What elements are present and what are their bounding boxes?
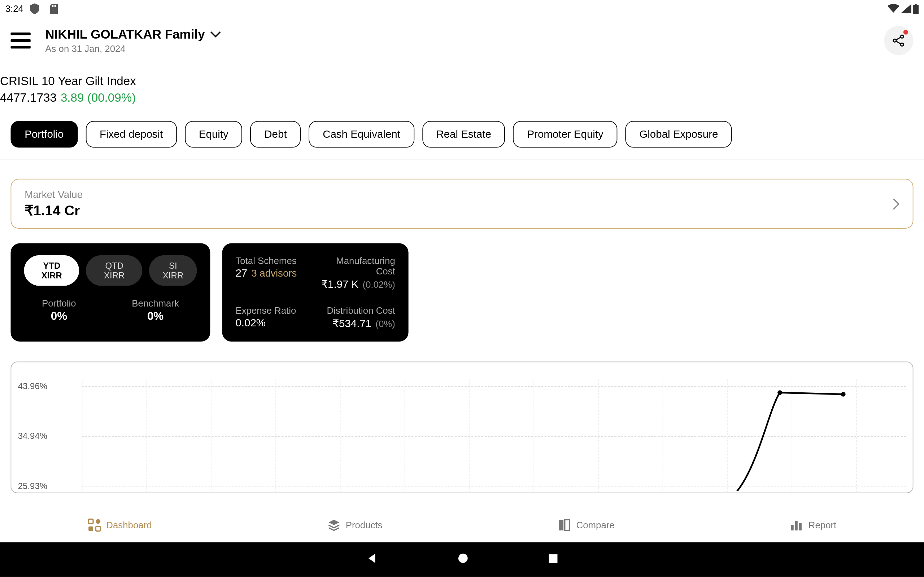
tab-debt[interactable]: Debt <box>250 121 301 148</box>
tab-cash-equivalent[interactable]: Cash Equivalent <box>309 121 414 148</box>
status-time: 3:24 <box>5 3 23 14</box>
tab-portfolio[interactable]: Portfolio <box>10 121 78 148</box>
distribution-cost-label: Distribution Cost <box>320 305 395 316</box>
svg-point-5 <box>893 39 896 42</box>
nav-report[interactable]: Report <box>790 519 836 532</box>
nav-dashboard[interactable]: Dashboard <box>88 519 152 532</box>
svg-line-8 <box>896 37 901 40</box>
tabs-container: PortfolioFixed depositEquityDebtCash Equ… <box>0 109 924 160</box>
xirr-card: YTD XIRRQTD XIRRSI XIRR Portfolio 0% Ben… <box>10 243 210 342</box>
pill-ytd-xirr[interactable]: YTD XIRR <box>24 255 79 286</box>
stats-card: Total Schemes 27 3 advisors Manufacturin… <box>222 243 409 342</box>
shield-icon <box>30 3 39 14</box>
svg-rect-19 <box>795 521 798 530</box>
expense-ratio-value: 0.02% <box>235 317 266 329</box>
chart-y-tick: 25.93% <box>18 481 47 491</box>
svg-rect-20 <box>799 523 802 530</box>
svg-rect-2 <box>55 5 56 7</box>
sd-card-icon <box>50 3 58 14</box>
chevron-down-icon <box>210 31 221 38</box>
nav-compare[interactable]: Compare <box>558 519 615 532</box>
svg-point-11 <box>841 392 846 397</box>
android-home-button[interactable] <box>458 553 468 566</box>
svg-rect-4 <box>914 3 917 5</box>
tab-real-estate[interactable]: Real Estate <box>422 121 505 148</box>
svg-rect-22 <box>549 554 558 562</box>
tab-fixed-deposit[interactable]: Fixed deposit <box>86 121 177 148</box>
android-status-bar: 3:24 <box>0 0 924 17</box>
svg-rect-3 <box>913 5 919 14</box>
svg-rect-13 <box>96 519 100 524</box>
wifi-icon <box>888 4 900 13</box>
android-recent-button[interactable] <box>548 553 558 566</box>
app-header: NIKHIL GOLATKAR Family As on 31 Jan, 202… <box>0 17 924 64</box>
svg-point-6 <box>901 35 903 38</box>
pill-si-xirr[interactable]: SI XIRR <box>149 255 197 286</box>
svg-point-7 <box>901 43 903 46</box>
family-name: NIKHIL GOLATKAR Family <box>45 27 205 42</box>
total-schemes-label: Total Schemes <box>235 255 310 266</box>
nav-products[interactable]: Products <box>327 519 382 532</box>
svg-line-9 <box>896 41 901 44</box>
svg-rect-18 <box>791 525 794 530</box>
svg-rect-12 <box>89 519 93 524</box>
status-right-icons <box>888 3 919 14</box>
tab-global-exposure[interactable]: Global Exposure <box>625 121 732 148</box>
battery-icon <box>913 3 919 14</box>
nav-label: Dashboard <box>106 520 152 530</box>
tab-equity[interactable]: Equity <box>185 121 242 148</box>
svg-rect-15 <box>96 527 100 531</box>
index-value: 4477.1733 <box>0 91 57 105</box>
performance-chart: 43.96%34.94%25.93% <box>10 362 913 493</box>
share-button[interactable] <box>884 26 913 55</box>
total-schemes-value: 27 <box>235 267 247 279</box>
share-icon <box>892 34 906 47</box>
pill-qtd-xirr[interactable]: QTD XIRR <box>86 255 142 286</box>
nav-label: Report <box>809 520 836 530</box>
report-icon <box>790 519 803 532</box>
tab-promoter-equity[interactable]: Promoter Equity <box>513 121 617 148</box>
chart-line <box>82 371 906 491</box>
manufacturing-cost-label: Manufacturing Cost <box>320 255 395 277</box>
portfolio-label: Portfolio <box>42 298 76 308</box>
as-on-date: As on 31 Jan, 2024 <box>45 43 221 54</box>
signal-icon <box>901 4 911 13</box>
android-nav-bar <box>0 542 924 577</box>
compare-icon <box>558 519 571 532</box>
android-back-button[interactable] <box>366 553 378 567</box>
header-title-block[interactable]: NIKHIL GOLATKAR Family As on 31 Jan, 202… <box>45 27 221 54</box>
svg-point-21 <box>459 554 468 563</box>
svg-rect-1 <box>54 5 55 7</box>
distribution-cost-value: ₹534.71 <box>333 317 372 330</box>
svg-rect-14 <box>89 527 93 531</box>
chart-y-tick: 34.94% <box>18 431 47 441</box>
svg-rect-17 <box>565 520 570 530</box>
portfolio-value: 0% <box>42 310 76 323</box>
notification-dot <box>903 30 908 35</box>
market-value-amount: ₹1.14 Cr <box>24 203 82 219</box>
menu-button[interactable] <box>10 32 30 48</box>
chevron-right-icon <box>893 198 899 210</box>
distribution-cost-pct: (0%) <box>375 318 395 329</box>
advisors-link[interactable]: 3 advisors <box>251 267 297 279</box>
nav-label: Products <box>346 520 383 530</box>
manufacturing-cost-pct: (0.02%) <box>362 279 395 290</box>
chart-y-tick: 43.96% <box>18 381 47 391</box>
expense-ratio-label: Expense Ratio <box>235 305 310 316</box>
nav-label: Compare <box>577 520 615 530</box>
market-value-label: Market Value <box>24 189 82 200</box>
svg-point-10 <box>777 390 782 395</box>
dashboard-icon <box>88 519 101 532</box>
svg-rect-0 <box>52 5 53 7</box>
svg-rect-16 <box>559 520 564 530</box>
status-left-icons <box>30 3 58 14</box>
manufacturing-cost-value: ₹1.97 K <box>321 278 359 290</box>
index-ticker: CRISIL 10 Year Gilt Index 4477.1733 3.89… <box>0 64 924 109</box>
products-icon <box>327 519 340 532</box>
benchmark-value: 0% <box>132 310 179 323</box>
benchmark-label: Benchmark <box>132 298 179 308</box>
index-name: CRISIL 10 Year Gilt Index <box>0 74 924 89</box>
bottom-nav: DashboardProductsCompareReport <box>0 508 924 542</box>
market-value-card[interactable]: Market Value ₹1.14 Cr <box>10 179 913 229</box>
index-change: 3.89 (00.09%) <box>61 91 136 105</box>
